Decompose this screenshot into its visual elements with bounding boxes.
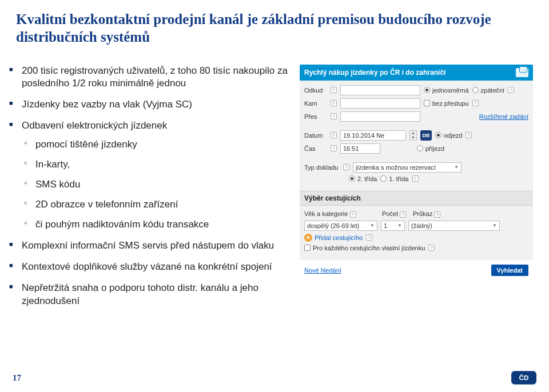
- help-icon[interactable]: ?: [366, 234, 372, 241]
- add-icon: +: [304, 234, 312, 242]
- label-datum: Datum: [304, 132, 327, 139]
- link-novehledani[interactable]: Nové hledání: [304, 267, 341, 274]
- help-icon[interactable]: ?: [428, 245, 435, 251]
- label-kam: Kam: [304, 100, 327, 107]
- subbullet-item: pomocí tištěné jízdenky: [22, 138, 288, 151]
- link-rozsirene[interactable]: Rozšířené zadání: [479, 113, 528, 120]
- radio-trida1[interactable]: [380, 175, 387, 182]
- vek-select[interactable]: dospělý (26-69 let)▼: [304, 221, 377, 231]
- help-icon[interactable]: ?: [343, 164, 349, 170]
- checkbox-bezprestupu[interactable]: [424, 100, 430, 106]
- help-icon[interactable]: ?: [400, 211, 406, 218]
- bullet-item: Jízdenky bez vazby na vlak (Vyjma SC): [8, 98, 288, 111]
- bullet-item: Komplexní informační SMS servis před nás…: [8, 239, 288, 253]
- bullet-item: Kontextové doplňkové služby vázané na ko…: [8, 261, 288, 274]
- slide-title: Kvalitní bezkontaktní prodejní kanál je …: [0, 0, 549, 50]
- help-icon[interactable]: ?: [331, 132, 337, 138]
- label-jednosmerna: jednosměrná: [432, 87, 469, 94]
- pres-input[interactable]: [340, 111, 420, 122]
- cd-logo: ČD: [511, 369, 536, 386]
- label-trida2: 2. třída: [357, 175, 377, 182]
- label-pres: Přes: [304, 113, 327, 120]
- help-icon[interactable]: ?: [331, 87, 337, 93]
- help-icon[interactable]: ?: [434, 211, 440, 218]
- help-icon[interactable]: ?: [508, 87, 514, 93]
- subbullet-item: SMS kódu: [22, 178, 288, 191]
- prukaz-select[interactable]: (žádný)▼: [408, 221, 500, 231]
- radio-trida2[interactable]: [349, 175, 355, 182]
- db-chip[interactable]: DB: [420, 130, 432, 141]
- text-content: 200 tisíc registrovaných uživatelů, z to…: [8, 65, 288, 316]
- radio-zpatecni[interactable]: [472, 87, 479, 93]
- label-zpatecni: zpáteční: [481, 87, 505, 94]
- label-odjezd: odjezd: [444, 132, 462, 139]
- search-button[interactable]: Vyhledat: [491, 265, 528, 276]
- bullet-item: Nepřetržitá snaha o podporu tohoto distr…: [8, 282, 288, 308]
- label-prukaz: Průkaz ?: [413, 210, 440, 218]
- help-icon[interactable]: ?: [412, 175, 419, 182]
- typdokladu-value: jízdenka s možnou rezervací: [356, 164, 436, 171]
- tickets-icon: [516, 68, 528, 77]
- label-odkud: Odkud: [304, 87, 327, 94]
- label-bezprestupu: bez přestupu: [432, 100, 469, 107]
- kam-input[interactable]: [340, 98, 420, 109]
- bullet-item: Odbavení elektronických jízdenek pomocí …: [8, 119, 288, 231]
- cas-input[interactable]: 16:51: [340, 143, 380, 154]
- help-icon[interactable]: ?: [331, 100, 337, 106]
- svg-text:ČD: ČD: [519, 374, 529, 381]
- datum-input[interactable]: 19.10.2014 Ne: [340, 130, 406, 141]
- form-header-text: Rychlý nákup jízdenky po ČR i do zahrani…: [304, 69, 445, 77]
- page-number: 17: [13, 373, 21, 383]
- help-icon[interactable]: ?: [331, 145, 337, 151]
- subbullet-item: In-karty,: [22, 158, 288, 171]
- section-title-vyber: Výběr cestujících: [300, 191, 533, 206]
- typdokladu-select[interactable]: jízdenka s možnou rezervací▼: [353, 162, 462, 173]
- radio-odjezd[interactable]: [435, 132, 441, 138]
- help-icon[interactable]: ?: [331, 113, 337, 119]
- label-prijezd: příjezd: [425, 145, 444, 152]
- help-icon[interactable]: ?: [350, 211, 356, 218]
- bullet-text: Odbavení elektronických jízdenek: [22, 120, 167, 131]
- date-spinner[interactable]: ▲▼: [409, 130, 417, 141]
- bullet-item: 200 tisíc registrovaných uživatelů, z to…: [8, 65, 288, 91]
- radio-jednosmerna[interactable]: [424, 87, 430, 93]
- prukaz-value: (žádný): [411, 222, 432, 229]
- form-header: Rychlý nákup jízdenky po ČR i do zahrani…: [300, 65, 533, 81]
- odkud-input[interactable]: [340, 85, 420, 95]
- checkbox-own-ticket[interactable]: [304, 245, 311, 251]
- vek-value: dospělý (26-69 let): [307, 222, 359, 229]
- subbullet-item: či pouhým nadiktováním kódu transakce: [22, 218, 288, 231]
- label-cas: Čas: [304, 145, 327, 152]
- pocet-value: 1: [384, 222, 387, 229]
- pocet-select[interactable]: 1▼: [381, 221, 405, 231]
- subbullet-item: 2D obrazce v telefonním zařízení: [22, 198, 288, 211]
- label-pocet: Počet ?: [382, 210, 409, 218]
- help-icon[interactable]: ?: [472, 100, 479, 106]
- radio-prijezd[interactable]: [417, 145, 423, 151]
- label-vek: Věk a kategorie ?: [304, 210, 379, 218]
- ticket-form: Rychlý nákup jízdenky po ČR i do zahrani…: [300, 65, 533, 316]
- add-passenger-link[interactable]: + Přidat cestujícího: [304, 234, 363, 242]
- add-passenger-text: Přidat cestujícího: [315, 234, 363, 241]
- label-typdokladu: Typ dokladu: [304, 164, 340, 171]
- label-own-ticket: Pro každého cestujícího vlastní jízdenku: [313, 245, 425, 251]
- label-trida1: 1. třída: [389, 175, 408, 182]
- help-icon[interactable]: ?: [466, 132, 472, 138]
